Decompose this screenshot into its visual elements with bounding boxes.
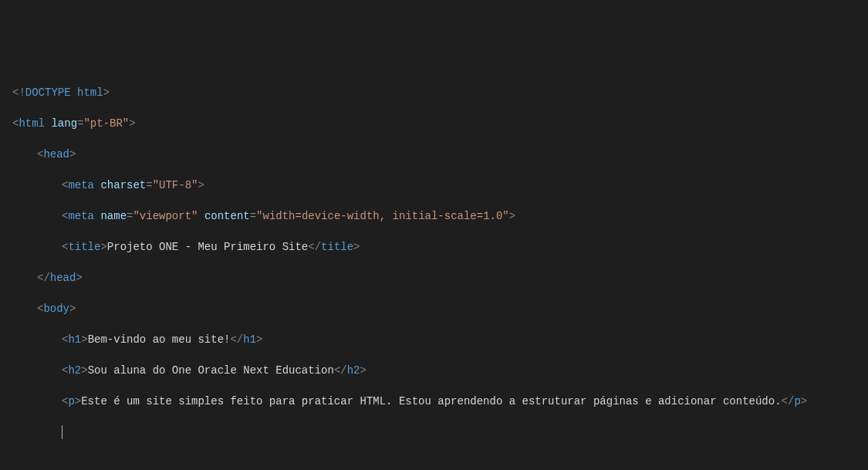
code-line[interactable]: <meta name="viewport" content="width=dev… [12, 208, 856, 224]
punct: <! [12, 86, 25, 99]
punct: > [509, 210, 515, 222]
punct: </ [782, 395, 795, 407]
punct: > [76, 272, 82, 284]
code-line-empty[interactable] [12, 455, 856, 470]
code-line[interactable]: <body> [12, 301, 856, 316]
string: viewport [140, 210, 191, 222]
attr: content [204, 210, 250, 222]
code-line-cursor[interactable] [12, 424, 856, 440]
text-content: Este é um site simples feito para pratic… [81, 395, 781, 407]
tag: title [321, 241, 353, 253]
punct: > [69, 148, 76, 161]
punct: </ [334, 364, 347, 377]
code-line[interactable]: <meta charset="UTF-8"> [12, 178, 856, 193]
punct: > [69, 303, 76, 315]
tag: head [43, 148, 69, 161]
tag: h2 [347, 364, 360, 377]
punct: > [198, 179, 204, 191]
punct: > [100, 241, 106, 253]
doctype-tag: DOCTYPE [25, 86, 71, 99]
string: width=device-width, initial-scale=1.0 [263, 210, 503, 222]
string: " [123, 117, 129, 130]
string: " [133, 210, 139, 222]
attr: name [100, 210, 127, 222]
code-line[interactable]: </head> [12, 270, 856, 286]
tag: body [43, 303, 69, 315]
tag: title [68, 241, 100, 253]
tag: head [50, 272, 76, 284]
punct: > [81, 364, 87, 377]
punct: </ [308, 241, 321, 253]
code-line[interactable]: <head> [12, 147, 856, 162]
attr: charset [100, 179, 146, 191]
code-line[interactable]: <!DOCTYPE html> [12, 85, 856, 100]
tag: meta [68, 210, 94, 222]
punct: > [103, 86, 110, 99]
tag: h2 [68, 364, 81, 377]
punct: > [81, 333, 87, 346]
punct: = [250, 210, 256, 222]
string: " [502, 210, 508, 222]
code-line[interactable]: <html lang="pt-BR"> [12, 116, 856, 131]
string: pt-BR [90, 117, 123, 130]
punct: > [353, 241, 360, 253]
string: UTF-8 [159, 179, 191, 191]
punct: = [146, 179, 152, 191]
punct: </ [230, 333, 243, 346]
punct: </ [37, 272, 50, 284]
text-content: Projeto ONE - Meu Primeiro Site [107, 241, 308, 253]
string: " [256, 210, 262, 222]
space [71, 86, 77, 99]
punct: > [360, 364, 366, 377]
tag: h1 [68, 333, 81, 346]
punct: > [129, 117, 135, 130]
punct: > [256, 333, 262, 346]
attr: lang [51, 117, 77, 130]
code-line[interactable]: <h1>Bem-vindo ao meu site!</h1> [12, 332, 856, 347]
code-line[interactable]: <h2>Sou aluna do One Oracle Next Educati… [12, 363, 856, 378]
punct: > [801, 395, 807, 407]
space [198, 210, 204, 222]
tag: p [794, 395, 800, 407]
text-content: Bem-vindo ao meu site! [88, 333, 231, 346]
tag: h1 [243, 333, 256, 346]
text-content: Sou aluna do One Oracle Next Education [88, 364, 334, 377]
code-line[interactable]: <p>Este é um site simples feito para pra… [12, 394, 856, 409]
tag: p [68, 395, 74, 407]
tag: meta [68, 179, 94, 191]
punct: > [75, 395, 81, 407]
code-line[interactable]: <title>Projeto ONE - Meu Primeiro Site</… [12, 239, 856, 255]
string: " [153, 179, 159, 191]
string: " [83, 117, 90, 130]
code-editor[interactable]: <!DOCTYPE html> <html lang="pt-BR"> <hea… [12, 69, 856, 470]
tag: html [19, 117, 45, 130]
cursor [62, 425, 62, 439]
doctype-val: html [77, 86, 103, 99]
